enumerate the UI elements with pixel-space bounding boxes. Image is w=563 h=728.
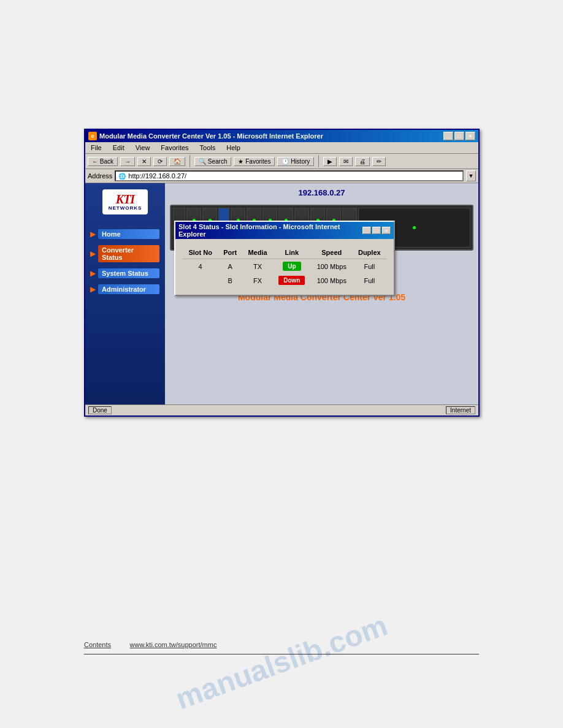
edit-button[interactable]: ✏ bbox=[372, 157, 386, 166]
print-button[interactable]: 🖨 bbox=[355, 157, 370, 166]
cell-speed-2: 100 Mbps bbox=[311, 273, 353, 287]
page-bottom-links: Contents www.kti.com.tw/support/mmc bbox=[84, 641, 216, 648]
menu-favorites[interactable]: Favorites bbox=[158, 143, 191, 152]
page-background: e Modular Media Converter Center Ver 1.0… bbox=[0, 0, 563, 728]
link-status-down-badge: Down bbox=[278, 276, 305, 285]
popup-content: Slot No Port Media Link Speed Duplex bbox=[175, 239, 394, 295]
mail-button[interactable]: ✉ bbox=[339, 157, 353, 166]
close-button[interactable]: × bbox=[465, 132, 475, 140]
col-header-port: Port bbox=[218, 246, 242, 259]
cell-link-2: Down bbox=[273, 273, 311, 287]
browser-toolbar: ← Back → ✕ ⟳ 🏠 🔍 Search ★ Favorites 🕐 Hi… bbox=[85, 154, 478, 169]
cell-media-2: FX bbox=[242, 273, 273, 287]
cell-port-1: A bbox=[218, 259, 242, 274]
refresh-button[interactable]: ⟳ bbox=[153, 157, 167, 166]
popup-close[interactable]: × bbox=[382, 227, 391, 234]
address-bar: Address 🌐 http://192.168.0.27/ ▼ bbox=[85, 169, 478, 183]
status-text: Done bbox=[88, 406, 112, 414]
cell-duplex-2: Full bbox=[353, 273, 386, 287]
popup-minimize[interactable]: _ bbox=[362, 227, 371, 234]
watermark: manualslib.com bbox=[171, 609, 392, 716]
popup-title: Slot 4 Status - Slot Information - Micro… bbox=[178, 223, 362, 238]
menu-view[interactable]: View bbox=[133, 143, 153, 152]
sidebar-item-converter-status[interactable]: ▶ Converter Status bbox=[85, 243, 165, 265]
table-row: 4 A TX Up 100 Mbps Full bbox=[183, 259, 386, 274]
cell-link-1: Up bbox=[273, 259, 311, 274]
popup-titlebar-buttons: _ □ × bbox=[362, 227, 391, 234]
browser-statusbar: Done Internet bbox=[85, 404, 478, 415]
media-button[interactable]: ▶ bbox=[323, 157, 337, 166]
toolbar-separator bbox=[190, 155, 190, 167]
cell-port-2: B bbox=[218, 273, 242, 287]
bottom-link-support[interactable]: www.kti.com.tw/support/mmc bbox=[130, 641, 217, 648]
status-zone: Internet bbox=[446, 406, 475, 414]
col-header-media: Media bbox=[242, 246, 273, 259]
slot-info-table: Slot No Port Media Link Speed Duplex bbox=[183, 246, 386, 287]
col-header-slot-no: Slot No bbox=[183, 246, 218, 259]
menu-tools[interactable]: Tools bbox=[197, 143, 218, 152]
table-row: B FX Down 100 Mbps Full bbox=[183, 273, 386, 287]
col-header-duplex: Duplex bbox=[353, 246, 386, 259]
cell-media-1: TX bbox=[242, 259, 273, 274]
browser-icon: e bbox=[88, 132, 97, 140]
sidebar-nav: ▶ Home ▶ Converter Status ▶ System Statu… bbox=[85, 227, 165, 297]
main-panel: 192.168.0.27 bbox=[165, 183, 478, 415]
cell-speed-1: 100 Mbps bbox=[311, 259, 353, 274]
sidebar-item-system-status[interactable]: ▶ System Status bbox=[85, 266, 165, 281]
link-status-up-badge: Up bbox=[283, 262, 301, 271]
address-value: http://192.168.0.27/ bbox=[128, 172, 186, 180]
cell-slot-no-2 bbox=[183, 273, 218, 287]
address-dropdown[interactable]: ▼ bbox=[466, 170, 476, 181]
address-input[interactable]: 🌐 http://192.168.0.27/ bbox=[115, 170, 464, 181]
maximize-button[interactable]: □ bbox=[454, 132, 464, 140]
browser-content: KTI NETWORKS ▶ Home ▶ Converter Status ▶… bbox=[85, 183, 478, 415]
browser-titlebar: e Modular Media Converter Center Ver 1.0… bbox=[85, 130, 478, 142]
titlebar-buttons: _ □ × bbox=[443, 132, 475, 140]
nav-label-home: Home bbox=[98, 229, 159, 239]
stop-button[interactable]: ✕ bbox=[137, 157, 151, 166]
sidebar-item-home[interactable]: ▶ Home bbox=[85, 227, 165, 241]
nav-arrow-system: ▶ bbox=[90, 270, 96, 277]
sidebar-item-administrator[interactable]: ▶ Administrator bbox=[85, 282, 165, 297]
kti-logo: KTI NETWORKS bbox=[102, 189, 148, 214]
nav-label-system-status: System Status bbox=[98, 268, 159, 278]
sidebar: KTI NETWORKS ▶ Home ▶ Converter Status ▶… bbox=[85, 183, 165, 415]
browser-window: e Modular Media Converter Center Ver 1.0… bbox=[84, 129, 480, 417]
logo-kti-text: KTI bbox=[109, 193, 142, 205]
address-label: Address bbox=[88, 172, 112, 180]
col-header-link: Link bbox=[273, 246, 311, 259]
cell-duplex-1: Full bbox=[353, 259, 386, 274]
history-button[interactable]: 🕐 History bbox=[277, 157, 314, 166]
device-ip-title: 192.168.0.27 bbox=[170, 188, 473, 197]
logo-networks-text: NETWORKS bbox=[109, 205, 142, 211]
col-header-speed: Speed bbox=[311, 246, 353, 259]
nav-label-converter-status: Converter Status bbox=[98, 245, 159, 262]
slot-info-dialog: Slot 4 Status - Slot Information - Micro… bbox=[174, 221, 395, 296]
browser-title: Modular Media Converter Center Ver 1.05 … bbox=[99, 132, 323, 140]
popup-titlebar: Slot 4 Status - Slot Information - Micro… bbox=[175, 222, 394, 239]
nav-arrow-home: ▶ bbox=[90, 230, 96, 238]
bottom-link-contents[interactable]: Contents bbox=[84, 641, 111, 648]
menu-file[interactable]: File bbox=[88, 143, 104, 152]
forward-button[interactable]: → bbox=[120, 157, 135, 166]
popup-maximize[interactable]: □ bbox=[372, 227, 381, 234]
home-button[interactable]: 🏠 bbox=[169, 157, 185, 166]
browser-menubar: File Edit View Favorites Tools Help bbox=[85, 142, 478, 154]
menu-help[interactable]: Help bbox=[224, 143, 243, 152]
search-button[interactable]: 🔍 Search bbox=[194, 157, 231, 166]
titlebar-title-area: e Modular Media Converter Center Ver 1.0… bbox=[88, 132, 323, 140]
led-psu bbox=[413, 226, 416, 229]
nav-arrow-admin: ▶ bbox=[90, 286, 96, 293]
toolbar-separator2 bbox=[318, 155, 319, 167]
menu-edit[interactable]: Edit bbox=[110, 143, 127, 152]
cell-slot-no-1: 4 bbox=[183, 259, 218, 274]
nav-label-administrator: Administrator bbox=[98, 284, 159, 294]
minimize-button[interactable]: _ bbox=[443, 132, 453, 140]
nav-arrow-converter: ▶ bbox=[90, 250, 96, 257]
bottom-divider bbox=[84, 654, 479, 654]
favorites-button[interactable]: ★ Favorites bbox=[234, 157, 275, 166]
back-button[interactable]: ← Back bbox=[88, 157, 118, 166]
